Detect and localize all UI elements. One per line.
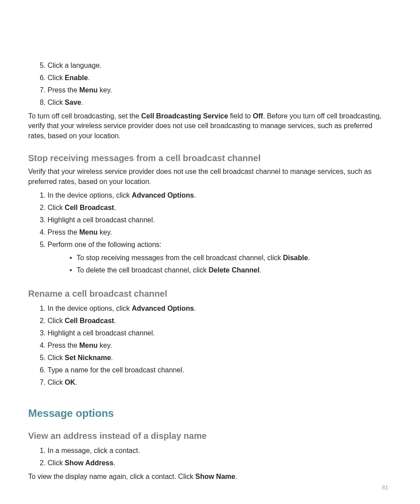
- rename-heading: Rename a cell broadcast channel: [28, 289, 392, 299]
- list-item: Click Set Nickname.: [48, 352, 392, 364]
- stop-paragraph: Verify that your wireless service provid…: [28, 167, 392, 187]
- stop-sublist: To stop receiving messages from the cell…: [59, 252, 392, 276]
- list-item: Click Enable.: [48, 72, 392, 84]
- stop-list: In the device options, click Advanced Op…: [28, 189, 392, 251]
- intro-paragraph: To turn off cell broadcasting, set the C…: [28, 111, 392, 141]
- list-item: Highlight a cell broadcast channel.: [48, 327, 392, 339]
- stop-heading: Stop receiving messages from a cell broa…: [28, 153, 392, 163]
- rename-list: In the device options, click Advanced Op…: [28, 302, 392, 389]
- list-item: Click Save.: [48, 96, 392, 109]
- view-address-list: In a message, click a contact.Click Show…: [28, 445, 392, 469]
- list-item: In the device options, click Advanced Op…: [48, 189, 392, 202]
- list-item: Press the Menu key.: [48, 84, 392, 96]
- list-item: Perform one of the following actions:: [48, 239, 392, 251]
- list-item: To delete the cell broadcast channel, cl…: [77, 264, 392, 276]
- list-item: Type a name for the cell broadcast chann…: [48, 364, 392, 376]
- list-item: Click Cell Broadcast.: [48, 202, 392, 214]
- intro-list: Click a language.Click Enable.Press the …: [28, 59, 392, 109]
- list-item: Highlight a cell broadcast channel.: [48, 214, 392, 226]
- list-item: To stop receiving messages from the cell…: [77, 252, 392, 264]
- list-item: Click OK.: [48, 376, 392, 389]
- list-item: Click Cell Broadcast.: [48, 315, 392, 327]
- list-item: Press the Menu key.: [48, 339, 392, 352]
- page-number: 81: [382, 484, 388, 491]
- list-item: In a message, click a contact.: [48, 445, 392, 457]
- document-page: Click a language.Click Enable.Press the …: [0, 0, 420, 504]
- list-item: Click Show Address.: [48, 457, 392, 469]
- view-address-paragraph: To view the display name again, click a …: [28, 472, 392, 482]
- message-options-heading: Message options: [28, 407, 392, 419]
- list-item: In the device options, click Advanced Op…: [48, 302, 392, 315]
- list-item: Press the Menu key.: [48, 226, 392, 239]
- view-address-heading: View an address instead of a display nam…: [28, 431, 392, 441]
- list-item: Click a language.: [48, 59, 392, 72]
